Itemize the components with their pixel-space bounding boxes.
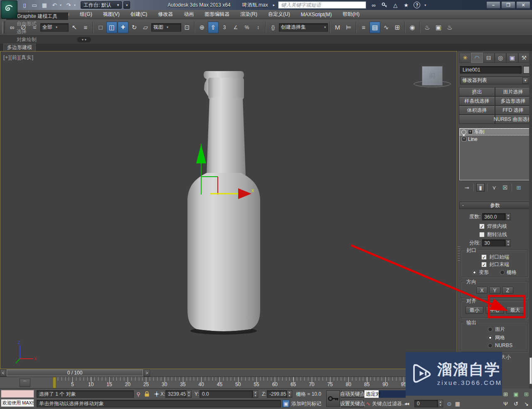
toolbar-grip[interactable] — [2, 21, 5, 34]
flip-normals-checkbox[interactable]: ✓ — [479, 232, 485, 237]
tab-hierarchy[interactable]: ⊟ — [483, 53, 495, 63]
search-icon[interactable]: ∞ — [370, 2, 377, 8]
mini-curve-editor-icon[interactable]: ⌒ — [20, 379, 30, 387]
align-min-button[interactable]: 最小 — [466, 306, 483, 314]
isolate-selection-icon[interactable]: ▣ — [282, 400, 290, 407]
named-selection-set-dropdown[interactable]: 创建选择集 ▾ — [279, 23, 328, 32]
stack-item-line[interactable]: + Line — [460, 136, 530, 143]
favorites-star-icon[interactable]: ★ — [403, 2, 409, 8]
frame-spinner[interactable]: ▲▼ — [438, 400, 443, 407]
ribbon-toggle-icon[interactable]: ▤ — [369, 22, 380, 33]
panel-scrollbar[interactable] — [529, 51, 532, 389]
tab-modify[interactable]: ◠ — [471, 53, 483, 63]
rendered-frame-window-icon[interactable]: ▣ — [433, 22, 444, 33]
vol-select-button[interactable]: 体积选择 — [459, 106, 495, 115]
absolute-mode-icon[interactable] — [153, 390, 160, 398]
menu-rendering[interactable]: 渲染(R) — [235, 10, 263, 19]
ffd-select-button[interactable]: FFD 选择 — [495, 106, 531, 115]
configure-modifier-sets-icon[interactable]: ⊞ — [515, 183, 523, 192]
curve-editor-icon[interactable]: ∿ — [381, 22, 392, 33]
select-by-name-icon[interactable]: ≡ — [80, 22, 91, 33]
extrude-button[interactable]: 挤出 — [459, 87, 495, 96]
align-center-button[interactable]: 中心 — [486, 306, 504, 314]
current-frame-field[interactable]: 0 — [414, 400, 438, 407]
output-nurbs-radio[interactable] — [488, 343, 493, 348]
select-object-icon[interactable]: ↖ — [69, 22, 80, 33]
menu-maxscript[interactable]: MAXScript(M) — [296, 10, 337, 19]
menu-help[interactable]: 帮助(H) — [337, 10, 365, 19]
subscription-key-icon[interactable] — [381, 2, 388, 8]
auto-key-button[interactable]: 自动关键点 — [341, 390, 364, 398]
lightbulb-icon[interactable] — [461, 130, 466, 135]
tab-display[interactable]: ▣ — [506, 53, 518, 63]
select-and-manipulate-icon[interactable]: ⊕ — [197, 22, 207, 33]
percent-snap-icon[interactable]: % — [241, 22, 252, 33]
help-icon[interactable]: ? — [414, 2, 420, 8]
parameters-rollout-header[interactable]: - 参数 — [459, 202, 531, 209]
menu-customize[interactable]: 自定义(U) — [263, 10, 296, 19]
key-filters-button[interactable]: 关键点过滤器... — [372, 400, 406, 407]
zoom-extents-icon[interactable]: ▣ — [512, 390, 520, 398]
make-unique-icon[interactable]: ⋎ — [490, 183, 498, 192]
dashed-region-icon[interactable]: ▦ — [454, 400, 461, 407]
viewport-front[interactable]: [+][前][真实] 前 x Z — [0, 51, 457, 369]
3dsmax-logo[interactable] — [1, 0, 17, 19]
output-mesh-radio[interactable] — [488, 335, 493, 340]
zoom-all-icon[interactable]: ⊞ — [522, 390, 531, 398]
pin-stack-icon[interactable]: ⊸ — [463, 183, 471, 192]
minimize-button[interactable]: – — [486, 1, 500, 9]
flyout-icon[interactable]: ▸ — [273, 3, 275, 7]
y-coord-field[interactable]: 0.0 — [200, 390, 253, 398]
y-spinner[interactable]: ▲▼ — [253, 390, 258, 398]
cap-end-checkbox[interactable]: ✓ — [481, 262, 487, 267]
undo-icon[interactable]: ↶ — [50, 1, 59, 9]
previous-frame-button[interactable]: < — [0, 370, 6, 377]
set-keys-button[interactable] — [326, 390, 340, 407]
stack-item-lathe[interactable]: + 车削 — [460, 128, 530, 136]
select-and-scale-icon[interactable]: ▱ — [140, 22, 151, 33]
x-spinner[interactable]: ▲▼ — [186, 390, 192, 398]
snap-toggle-3d-icon[interactable]: 3 — [219, 22, 230, 33]
z-coord-field[interactable]: -299.859 — [267, 390, 287, 398]
x-coord-field[interactable]: 3239.455 — [165, 390, 186, 398]
mirror-icon[interactable]: M — [332, 22, 343, 33]
panel-scrollbar-thumb[interactable] — [530, 357, 532, 384]
workspace-more-button[interactable]: ▾ — [123, 1, 130, 9]
help-search-input[interactable]: 键入关键字或短语 — [278, 1, 366, 9]
ribbon-minimize-button[interactable]: ▾▾ — [77, 37, 91, 42]
morph-radio[interactable] — [472, 270, 477, 275]
align-max-button[interactable]: 最大 — [506, 306, 524, 314]
direction-y-button[interactable]: Y — [489, 287, 500, 294]
nurbs-surface-select-button[interactable]: NURBS 曲面选择 — [495, 115, 531, 124]
show-end-result-icon[interactable]: ▮ — [476, 183, 485, 192]
degrees-field[interactable]: 360.0 — [482, 213, 505, 220]
segments-field[interactable]: 30 — [482, 239, 505, 246]
maximize-viewport-icon[interactable]: ↘ — [522, 400, 531, 408]
ribbon-tab-object-paint[interactable]: 对象绘制 — [6, 36, 69, 44]
tab-poly-modeling[interactable]: 多边形建模 — [3, 44, 36, 51]
menu-graph-editors[interactable]: 图形编辑器 — [199, 10, 235, 19]
align-icon[interactable]: ⊨ — [343, 22, 354, 33]
cap-start-checkbox[interactable]: ✓ — [481, 254, 487, 260]
rectangular-selection-region-icon[interactable]: □ — [95, 22, 106, 33]
orbit-icon[interactable]: ↺ — [512, 400, 520, 408]
go-to-start-icon[interactable]: ◀◀ — [404, 402, 409, 406]
key-set-combo[interactable]: 选定对 — [365, 390, 406, 398]
direction-x-button[interactable]: X — [476, 287, 488, 294]
degrees-spinner[interactable]: ▲▼ — [505, 213, 511, 220]
schematic-view-icon[interactable]: ⊞ — [392, 22, 403, 33]
tab-utilities[interactable]: ⚒ — [518, 53, 530, 63]
next-frame-button[interactable]: > — [144, 370, 150, 377]
pan-icon[interactable]: Ψ — [501, 400, 510, 408]
help-caret-icon[interactable]: ▾ — [424, 3, 428, 7]
undo-caret-icon[interactable]: ▾ — [60, 3, 63, 7]
spline-select-button[interactable]: 样条线选择 — [459, 96, 495, 106]
redo-icon[interactable]: ↷ — [64, 1, 73, 9]
edit-named-selection-sets-icon[interactable]: {} — [268, 22, 278, 33]
track-bar-ruler[interactable]: 0510152025303540455055606570758085909510… — [45, 377, 440, 389]
tab-create[interactable]: ✳ — [459, 53, 471, 63]
weld-core-checkbox[interactable]: ✓ — [479, 224, 485, 229]
patch-select-button[interactable]: 面片选择 — [495, 87, 531, 96]
layer-manager-icon[interactable]: ≡ — [358, 22, 369, 33]
remove-modifier-icon[interactable]: ☒ — [501, 183, 509, 192]
